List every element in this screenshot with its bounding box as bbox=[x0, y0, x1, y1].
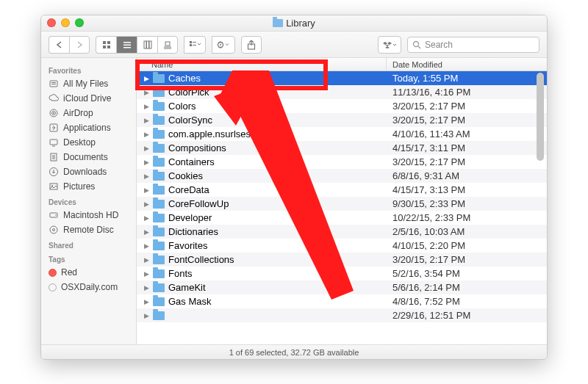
column-name-header[interactable]: Name bbox=[137, 58, 387, 70]
table-row[interactable]: ▶CachesToday, 1:55 PM bbox=[137, 71, 547, 85]
search-field[interactable]: Search bbox=[407, 37, 539, 53]
folder-icon bbox=[153, 158, 165, 167]
column-date-header[interactable]: Date Modified bbox=[387, 58, 547, 70]
file-name: ColorSync bbox=[168, 115, 212, 126]
svg-rect-11 bbox=[164, 46, 171, 47]
back-button[interactable] bbox=[49, 36, 69, 54]
dropbox-button[interactable] bbox=[378, 36, 401, 54]
disc-icon bbox=[49, 225, 59, 235]
sidebar-item[interactable]: Downloads bbox=[41, 164, 136, 179]
sidebar-section-header: Shared bbox=[41, 237, 136, 251]
disclosure-triangle-icon[interactable]: ▶ bbox=[144, 312, 149, 319]
table-row[interactable]: ▶Dictionaries2/5/16, 10:03 AM bbox=[137, 225, 547, 239]
disclosure-triangle-icon[interactable]: ▶ bbox=[144, 270, 149, 278]
svg-rect-12 bbox=[164, 48, 171, 48]
sidebar-item[interactable]: Desktop bbox=[41, 135, 136, 150]
disclosure-triangle-icon[interactable]: ▶ bbox=[144, 200, 149, 208]
share-button[interactable] bbox=[241, 36, 262, 54]
folder-icon bbox=[153, 74, 165, 83]
sidebar-item[interactable]: AirDrop bbox=[41, 106, 136, 120]
titlebar[interactable]: Library bbox=[41, 15, 547, 32]
sidebar-section-header: Devices bbox=[41, 194, 136, 208]
file-name: Cookies bbox=[168, 170, 203, 181]
svg-rect-1 bbox=[107, 41, 110, 44]
disclosure-triangle-icon[interactable]: ▶ bbox=[144, 145, 149, 152]
window-body: FavoritesAll My FilesiCloud DriveAirDrop… bbox=[41, 58, 547, 344]
close-window-button[interactable] bbox=[47, 18, 56, 27]
disclosure-triangle-icon[interactable]: ▶ bbox=[144, 173, 149, 180]
date-modified: 9/30/15, 2:33 PM bbox=[387, 198, 547, 209]
vertical-scrollbar[interactable] bbox=[535, 73, 545, 330]
sidebar-item[interactable]: Pictures bbox=[41, 179, 136, 194]
table-row[interactable]: ▶CoreFollowUp9/30/15, 2:33 PM bbox=[137, 197, 547, 211]
sidebar-item-label: All My Files bbox=[63, 79, 108, 89]
arrange-group bbox=[184, 36, 206, 54]
date-modified: 4/10/16, 11:43 AM bbox=[387, 128, 547, 140]
disclosure-triangle-icon[interactable]: ▶ bbox=[144, 256, 149, 264]
disclosure-triangle-icon[interactable]: ▶ bbox=[144, 214, 149, 222]
table-row[interactable]: ▶GameKit5/6/16, 2:14 PM bbox=[137, 280, 547, 294]
sidebar-item[interactable]: iCloud Drive bbox=[41, 91, 136, 106]
file-name: ColorPick bbox=[168, 87, 209, 98]
table-row[interactable]: ▶Compositions4/15/17, 3:11 PM bbox=[137, 141, 547, 155]
disclosure-triangle-icon[interactable]: ▶ bbox=[144, 298, 149, 305]
date-modified: 4/15/17, 3:11 PM bbox=[387, 142, 547, 153]
table-row[interactable]: ▶Colors3/20/15, 2:17 PM bbox=[137, 99, 547, 113]
forward-button[interactable] bbox=[69, 36, 90, 54]
arrange-button[interactable] bbox=[184, 36, 206, 54]
svg-rect-7 bbox=[144, 41, 146, 48]
table-row[interactable]: ▶2/29/16, 12:51 PM bbox=[137, 308, 547, 322]
disclosure-triangle-icon[interactable]: ▶ bbox=[144, 284, 149, 291]
disclosure-triangle-icon[interactable]: ▶ bbox=[144, 186, 149, 194]
disclosure-triangle-icon[interactable]: ▶ bbox=[144, 228, 149, 236]
disclosure-triangle-icon[interactable]: ▶ bbox=[144, 159, 149, 166]
table-row[interactable]: ▶ColorPick11/13/16, 4:16 PM bbox=[137, 85, 547, 99]
sidebar-section-header: Favorites bbox=[41, 62, 136, 76]
table-row[interactable]: ▶Fonts5/2/16, 3:54 PM bbox=[137, 267, 547, 280]
svg-rect-0 bbox=[103, 41, 106, 44]
file-name: Gas Mask bbox=[168, 296, 212, 307]
icon-view-button[interactable] bbox=[96, 36, 116, 54]
sidebar-item[interactable]: Applications bbox=[41, 120, 136, 135]
date-modified: 10/22/15, 2:33 PM bbox=[387, 212, 547, 223]
sidebar-item[interactable]: Remote Disc bbox=[41, 222, 136, 237]
list-view-button[interactable] bbox=[116, 36, 137, 54]
table-row[interactable]: ▶Favorites4/10/15, 2:20 PM bbox=[137, 239, 547, 253]
svg-rect-23 bbox=[51, 84, 56, 84]
sidebar-item[interactable]: OSXDaily.com bbox=[41, 280, 136, 294]
table-row[interactable]: ▶Containers3/20/15, 2:17 PM bbox=[137, 155, 547, 169]
apps-icon bbox=[49, 123, 59, 133]
sidebar-item[interactable]: Macintosh HD bbox=[41, 208, 136, 222]
table-row[interactable]: ▶com.apple.nsurlsessiond4/10/16, 11:43 A… bbox=[137, 127, 547, 141]
disclosure-triangle-icon[interactable]: ▶ bbox=[144, 131, 149, 138]
zoom-window-button[interactable] bbox=[75, 18, 84, 27]
coverflow-view-button[interactable] bbox=[157, 36, 178, 54]
minimize-window-button[interactable] bbox=[61, 18, 70, 27]
pictures-icon bbox=[49, 181, 59, 192]
column-view-button[interactable] bbox=[137, 36, 157, 54]
sidebar-item[interactable]: All My Files bbox=[41, 76, 136, 91]
table-row[interactable]: ▶Cookies6/8/16, 9:31 AM bbox=[137, 169, 547, 183]
file-list-pane: Name Date Modified ▶CachesToday, 1:55 PM… bbox=[137, 58, 547, 344]
finder-window: Library bbox=[40, 15, 548, 360]
sidebar-item[interactable]: Documents bbox=[41, 150, 136, 164]
disclosure-triangle-icon[interactable]: ▶ bbox=[144, 103, 149, 110]
table-row[interactable]: ▶ColorSync3/20/15, 2:17 PM bbox=[137, 113, 547, 127]
disclosure-triangle-icon[interactable]: ▶ bbox=[144, 89, 149, 96]
date-modified: 4/8/16, 7:52 PM bbox=[387, 296, 547, 307]
disclosure-triangle-icon[interactable]: ▶ bbox=[144, 75, 149, 82]
svg-point-20 bbox=[414, 41, 419, 46]
folder-icon bbox=[153, 116, 165, 125]
table-row[interactable]: ▶FontCollections3/20/15, 2:17 PM bbox=[137, 253, 547, 267]
table-row[interactable]: ▶CoreData4/15/17, 3:13 PM bbox=[137, 183, 547, 197]
svg-rect-13 bbox=[190, 41, 192, 43]
sidebar-item[interactable]: Red bbox=[41, 265, 136, 280]
table-row[interactable]: ▶Gas Mask4/8/16, 7:52 PM bbox=[137, 294, 547, 308]
action-button[interactable] bbox=[212, 36, 235, 54]
disclosure-triangle-icon[interactable]: ▶ bbox=[144, 117, 149, 124]
disclosure-triangle-icon[interactable]: ▶ bbox=[144, 242, 149, 250]
scrollbar-thumb[interactable] bbox=[537, 73, 544, 161]
file-name: CoreData bbox=[168, 184, 209, 195]
table-row[interactable]: ▶Developer10/22/15, 2:33 PM bbox=[137, 211, 547, 225]
file-list[interactable]: ▶CachesToday, 1:55 PM▶ColorPick11/13/16,… bbox=[137, 71, 547, 344]
